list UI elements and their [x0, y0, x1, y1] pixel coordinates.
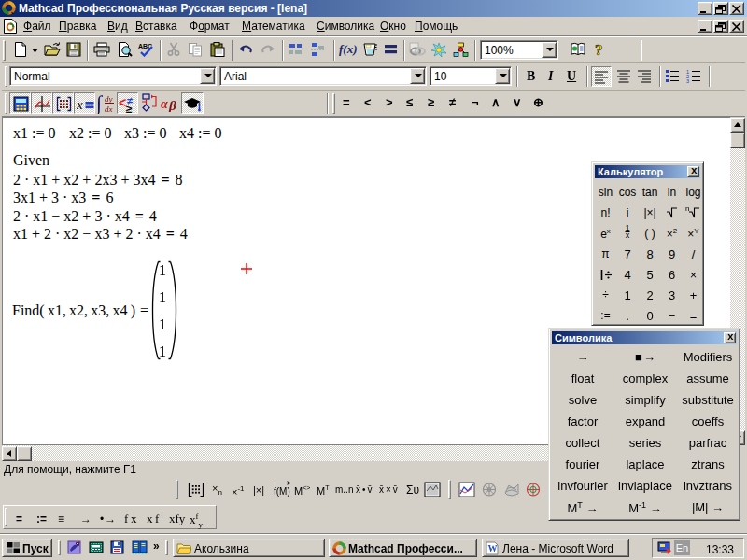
svg-text:W: W	[488, 543, 498, 553]
svg-text:<: <	[119, 95, 126, 110]
svg-text:n: n	[685, 204, 689, 213]
svg-text:α: α	[161, 97, 168, 111]
svg-text:x: x	[77, 97, 83, 112]
svg-text:dy: dy	[105, 94, 113, 104]
svg-text:f(M): f(M)	[274, 486, 290, 497]
svg-text:≥: ≥	[126, 103, 133, 114]
svg-text:f(x): f(x)	[339, 42, 358, 56]
svg-text:β: β	[168, 98, 176, 112]
svg-text:3: 3	[686, 78, 689, 83]
svg-text:?: ?	[595, 41, 603, 57]
svg-text:∫: ∫	[96, 92, 104, 114]
svg-text:dx: dx	[105, 105, 113, 114]
